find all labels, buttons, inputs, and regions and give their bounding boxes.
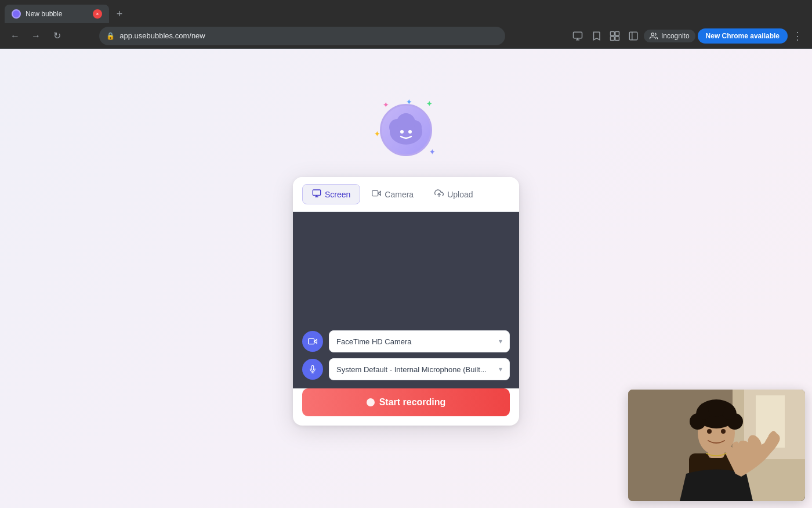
- recording-panel: Screen Camera: [293, 177, 519, 426]
- panel-controls: FaceTime HD Camera ▾: [293, 322, 519, 388]
- mic-select-chevron: ▾: [499, 365, 502, 373]
- svg-rect-19: [309, 338, 314, 344]
- svg-rect-0: [573, 32, 582, 38]
- camera-preview-inner: [628, 390, 805, 501]
- url-text: app.usebubbles.com/new: [119, 31, 498, 40]
- sparkle-pink: ✦: [383, 101, 389, 109]
- panel-tabs: Screen Camera: [293, 177, 519, 212]
- mascot-container: ✦ ✦ ✦ ✦ ✦: [371, 95, 441, 165]
- camera-control-row: FaceTime HD Camera ▾: [302, 330, 510, 352]
- preview-area: [293, 212, 519, 322]
- screen-tab-icon: [312, 189, 321, 200]
- reload-button[interactable]: ↻: [49, 28, 65, 44]
- svg-rect-4: [615, 36, 619, 40]
- mic-select[interactable]: System Default - Internal Microphone (Bu…: [329, 358, 510, 380]
- sparkle-green: ✦: [426, 100, 432, 108]
- active-tab[interactable]: New bubble ×: [5, 5, 109, 23]
- svg-rect-2: [615, 31, 619, 35]
- upload-tab-icon: [434, 189, 444, 200]
- tab-search-icon[interactable]: [607, 28, 623, 44]
- mascot-wrapper: ✦ ✦ ✦ ✦ ✦: [371, 95, 441, 165]
- camera-toggle-button[interactable]: [302, 331, 323, 352]
- svg-point-37: [721, 429, 726, 434]
- nav-bar: ← → ↻ 🔒 app.usebubbles.com/new: [0, 23, 812, 49]
- tab-camera[interactable]: Camera: [362, 185, 423, 204]
- more-options-icon[interactable]: ⋮: [790, 27, 805, 45]
- tab-screen[interactable]: Screen: [302, 184, 360, 204]
- address-bar[interactable]: 🔒 app.usebubbles.com/new: [99, 27, 505, 45]
- svg-point-7: [651, 33, 654, 35]
- mic-select-value: System Default - Internal Microphone (Bu…: [336, 365, 494, 374]
- tab-title: New bubble: [26, 10, 88, 18]
- svg-point-12: [400, 130, 404, 134]
- incognito-badge: Incognito: [644, 30, 695, 42]
- tab-favicon: [12, 9, 21, 19]
- svg-point-11: [397, 113, 415, 132]
- svg-rect-17: [372, 190, 378, 196]
- upload-tab-label: Upload: [447, 190, 473, 199]
- sparkle-purple: ✦: [429, 148, 435, 156]
- back-button[interactable]: ←: [7, 28, 23, 44]
- nav-right-controls: Incognito New Chrome available ⋮: [570, 27, 805, 45]
- svg-point-13: [408, 130, 412, 134]
- forward-button[interactable]: →: [28, 28, 44, 44]
- start-recording-button[interactable]: Start recording: [302, 388, 510, 416]
- svg-rect-14: [313, 190, 320, 195]
- bookmark-icon[interactable]: [588, 28, 604, 44]
- camera-select[interactable]: FaceTime HD Camera ▾: [329, 330, 510, 352]
- camera-select-value: FaceTime HD Camera: [336, 337, 494, 346]
- mic-control-row: System Default - Internal Microphone (Bu…: [302, 358, 510, 380]
- title-bar: New bubble × +: [0, 0, 812, 23]
- svg-rect-5: [629, 32, 637, 40]
- svg-point-36: [707, 429, 712, 434]
- svg-point-35: [708, 401, 724, 417]
- cast-icon[interactable]: [570, 28, 586, 44]
- tab-close-button[interactable]: ×: [93, 9, 102, 19]
- svg-rect-1: [610, 31, 614, 35]
- recording-dot-icon: [367, 398, 375, 406]
- mascot-avatar: [380, 104, 432, 156]
- tab-upload[interactable]: Upload: [425, 185, 482, 204]
- camera-tab-label: Camera: [385, 190, 414, 199]
- svg-rect-3: [610, 36, 614, 40]
- mic-toggle-button[interactable]: [302, 359, 323, 380]
- sidebar-icon[interactable]: [625, 28, 641, 44]
- panel-bottom: Start recording: [293, 388, 519, 416]
- sparkle-yellow: ✦: [374, 130, 380, 138]
- browser-frame: New bubble × + ← → ↻ 🔒 app.usebubbles.co…: [0, 0, 812, 508]
- page-content: ✦ ✦ ✦ ✦ ✦: [0, 49, 812, 508]
- incognito-label: Incognito: [661, 32, 690, 40]
- camera-preview: [628, 390, 805, 501]
- new-chrome-button[interactable]: New Chrome available: [698, 28, 788, 44]
- camera-tab-icon: [372, 189, 381, 200]
- start-recording-label: Start recording: [379, 397, 446, 408]
- screen-tab-label: Screen: [325, 190, 350, 199]
- security-lock-icon: 🔒: [106, 32, 115, 40]
- new-tab-button[interactable]: +: [111, 6, 128, 22]
- camera-select-chevron: ▾: [499, 337, 502, 345]
